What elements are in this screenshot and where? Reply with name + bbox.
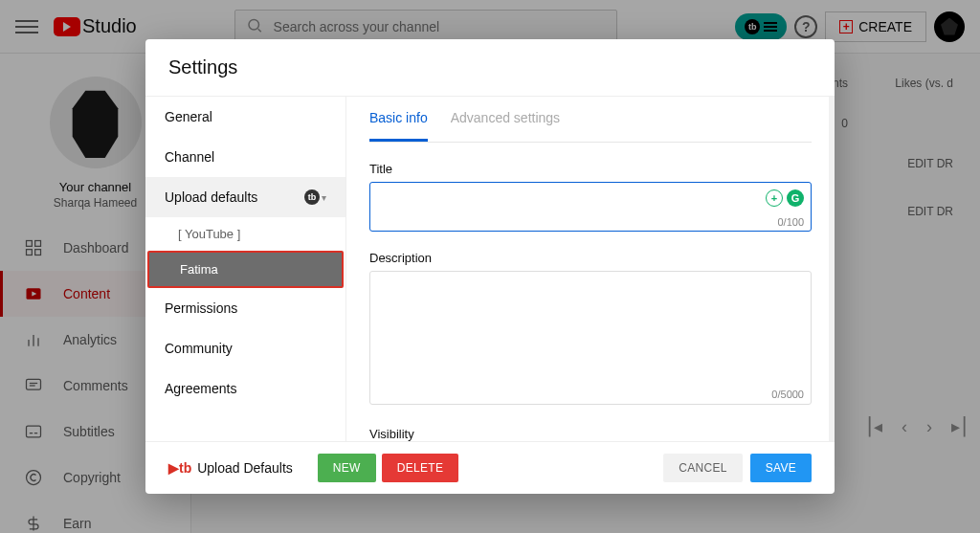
- title-label: Title: [369, 162, 812, 176]
- settings-dialog: Settings General Channel Upload defaults…: [145, 39, 835, 494]
- footer-upload-defaults-label: Upload Defaults: [197, 460, 293, 476]
- tubebuddy-logo-icon: ▶tb: [168, 460, 191, 476]
- tab-advanced[interactable]: Advanced settings: [451, 97, 560, 142]
- tab-basic-info[interactable]: Basic info: [369, 97, 428, 142]
- dialog-title: Settings: [145, 39, 835, 97]
- title-counter: 0/100: [777, 216, 804, 228]
- save-button[interactable]: SAVE: [750, 454, 812, 482]
- dlg-nav-youtube[interactable]: [ YouTube ]: [145, 217, 345, 251]
- dlg-nav-community[interactable]: Community: [145, 328, 345, 368]
- scrollbar[interactable]: [829, 97, 835, 441]
- add-icon[interactable]: +: [766, 189, 783, 207]
- modal-overlay: Settings General Channel Upload defaults…: [0, 0, 980, 533]
- title-input[interactable]: [369, 182, 812, 232]
- delete-button[interactable]: DELETE: [382, 454, 458, 482]
- chevron-down-icon: ▾: [322, 192, 326, 203]
- grammarly-icon[interactable]: G: [787, 189, 804, 207]
- dlg-nav-channel[interactable]: Channel: [145, 137, 345, 177]
- dlg-nav-agreements[interactable]: Agreements: [145, 368, 345, 409]
- visibility-label: Visibility: [369, 427, 812, 441]
- cancel-button[interactable]: CANCEL: [663, 454, 742, 482]
- description-label: Description: [369, 251, 812, 265]
- new-button[interactable]: NEW: [318, 454, 376, 482]
- description-input[interactable]: [369, 271, 812, 405]
- dlg-nav-permissions[interactable]: Permissions: [145, 288, 345, 328]
- dlg-nav-upload-defaults[interactable]: Upload defaults tb▾: [145, 177, 345, 217]
- dlg-nav-fatima[interactable]: Fatima: [147, 251, 344, 288]
- description-counter: 0/5000: [771, 389, 804, 400]
- tubebuddy-small-icon: tb: [304, 189, 320, 205]
- dlg-nav-general[interactable]: General: [145, 97, 345, 137]
